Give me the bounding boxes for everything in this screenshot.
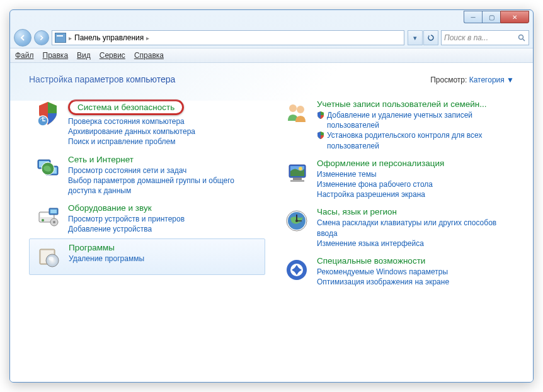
category-item: Часы, язык и регионСмена раскладки клави…	[278, 203, 514, 252]
control-panel-icon	[55, 33, 66, 43]
category-icon	[34, 155, 62, 182]
category-task-link[interactable]: Изменение темы	[317, 169, 509, 179]
category-task-link[interactable]: Рекомендуемые Windows параметры	[317, 267, 509, 277]
maximize-button[interactable]: ▢	[482, 11, 500, 23]
svg-rect-25	[290, 180, 304, 182]
address-bar[interactable]: ▸ Панель управления ▸	[52, 30, 404, 45]
category-item: Сеть и ИнтернетПросмотр состояния сети и…	[29, 151, 265, 200]
svg-rect-12	[50, 210, 57, 213]
minimize-button[interactable]: ─	[464, 11, 482, 23]
category-task-link[interactable]: Проверка состояния компьютера	[68, 116, 260, 126]
menu-edit[interactable]: Правка	[43, 51, 69, 60]
refresh-button[interactable]	[423, 30, 438, 45]
content-area: Настройка параметров компьютера Просмотр…	[10, 63, 533, 383]
category-body: ПрограммыУдаление программы	[69, 243, 260, 271]
address-buttons: ▾	[408, 30, 438, 45]
menubar: Файл Правка Вид Сервис Справка	[10, 48, 533, 63]
category-item: Специальные возможностиРекомендуемые Win…	[278, 252, 514, 291]
svg-rect-24	[293, 177, 302, 180]
category-icon	[283, 256, 311, 284]
window-controls: ─ ▢ ✕	[464, 11, 529, 23]
menu-view[interactable]: Вид	[77, 51, 91, 60]
search-input[interactable]: Поиск в па...	[441, 30, 529, 45]
view-label: Просмотр:	[430, 76, 467, 84]
close-button[interactable]: ✕	[500, 11, 529, 23]
category-icon	[283, 207, 311, 235]
category-title-link[interactable]: Учетные записи пользователей и семейн...	[317, 99, 486, 109]
chevron-down-icon: ▼	[506, 76, 514, 84]
category-item: Оформление и персонализацияИзменение тем…	[278, 155, 514, 204]
uac-shield-icon	[317, 111, 324, 120]
dropdown-history-button[interactable]: ▾	[408, 30, 423, 45]
search-placeholder: Поиск в па...	[444, 33, 488, 42]
view-control[interactable]: Просмотр: Категория ▼	[430, 76, 514, 84]
category-task-link[interactable]: Удаление программы	[69, 254, 260, 264]
category-item: Оборудование и звукПросмотр устройств и …	[29, 199, 265, 238]
category-item: Учетные записи пользователей и семейн...…	[278, 96, 514, 155]
category-title-link[interactable]: Оформление и персонализация	[317, 159, 444, 168]
svg-point-0	[519, 35, 523, 39]
category-title-link[interactable]: Специальные возможности	[317, 256, 425, 266]
category-task-link[interactable]: Изменение языка интерфейса	[317, 238, 509, 249]
category-body: Часы, язык и регионСмена раскладки клави…	[317, 207, 509, 249]
category-task-link[interactable]: Изменение фона рабочего стола	[317, 179, 509, 189]
svg-point-30	[295, 220, 298, 222]
category-task-link[interactable]: Добавление и удаление учетных записей по…	[317, 110, 509, 130]
category-task-link[interactable]: Поиск и исправление проблем	[68, 137, 260, 147]
page-title: Настройка параметров компьютера	[29, 74, 175, 84]
menu-tools[interactable]: Сервис	[100, 51, 125, 60]
forward-button[interactable]	[34, 30, 49, 45]
category-task-link[interactable]: Оптимизация изображения на экране	[317, 277, 509, 287]
category-body: Система и безопасностьПроверка состояния…	[68, 99, 260, 147]
breadcrumb-sep-icon: ▸	[69, 35, 72, 42]
svg-line-1	[523, 39, 525, 41]
category-task-link[interactable]: Добавление устройства	[68, 224, 260, 234]
category-icon	[34, 203, 62, 231]
category-title-link[interactable]: Сеть и Интернет	[68, 155, 134, 164]
category-title-link[interactable]: Программы	[69, 243, 115, 252]
heading-row: Настройка параметров компьютера Просмотр…	[29, 74, 514, 84]
arrow-right-icon	[38, 35, 45, 41]
category-body: Сеть и ИнтернетПросмотр состояния сети и…	[68, 155, 260, 196]
svg-point-17	[46, 254, 59, 267]
breadcrumb-item[interactable]: Панель управления	[74, 33, 144, 42]
category-title-link[interactable]: Система и безопасность	[68, 99, 184, 115]
category-item: ПрограммыУдаление программы	[29, 238, 265, 275]
navigation-bar: ▸ Панель управления ▸ ▾ Поиск в па...	[10, 28, 533, 48]
svg-point-14	[53, 221, 55, 223]
left-column: Система и безопасностьПроверка состояния…	[29, 96, 265, 291]
category-task-link[interactable]: Выбор параметров домашней группы и общег…	[68, 176, 260, 196]
category-task-link[interactable]: Просмотр устройств и принтеров	[68, 214, 260, 224]
menu-help[interactable]: Справка	[134, 51, 164, 60]
search-icon	[518, 34, 526, 42]
category-body: Оформление и персонализацияИзменение тем…	[317, 159, 509, 200]
titlebar: ─ ▢ ✕	[10, 10, 533, 28]
view-value: Категория	[469, 76, 505, 84]
category-task-link[interactable]: Установка родительского контроля для все…	[317, 130, 509, 150]
svg-point-10	[42, 219, 44, 221]
refresh-icon	[427, 34, 435, 42]
category-columns: Система и безопасностьПроверка состояния…	[29, 96, 514, 291]
category-icon	[35, 243, 62, 271]
arrow-left-icon	[19, 34, 26, 42]
category-icon	[283, 99, 311, 127]
menu-file[interactable]: Файл	[15, 51, 34, 60]
svg-point-23	[299, 167, 302, 171]
back-button[interactable]	[14, 29, 31, 47]
category-body: Специальные возможностиРекомендуемые Win…	[317, 256, 509, 287]
right-column: Учетные записи пользователей и семейн...…	[278, 96, 514, 291]
category-task-link[interactable]: Настройка разрешения экрана	[317, 189, 509, 199]
category-icon	[34, 99, 62, 127]
svg-point-20	[297, 106, 304, 113]
category-title-link[interactable]: Часы, язык и регион	[317, 207, 397, 216]
svg-point-19	[289, 104, 297, 112]
category-title-link[interactable]: Оборудование и звук	[68, 203, 152, 213]
category-task-link[interactable]: Просмотр состояния сети и задач	[68, 165, 260, 176]
control-panel-window: ─ ▢ ✕ ▸ Панель управления ▸ ▾ Поиск в па…	[9, 9, 534, 383]
category-body: Оборудование и звукПросмотр устройств и …	[68, 203, 260, 234]
svg-point-18	[49, 257, 54, 260]
uac-shield-icon	[317, 131, 324, 140]
category-task-link[interactable]: Смена раскладки клавиатуры или других сп…	[317, 218, 509, 238]
category-task-link[interactable]: Архивирование данных компьютера	[68, 126, 260, 137]
category-icon	[283, 159, 311, 186]
